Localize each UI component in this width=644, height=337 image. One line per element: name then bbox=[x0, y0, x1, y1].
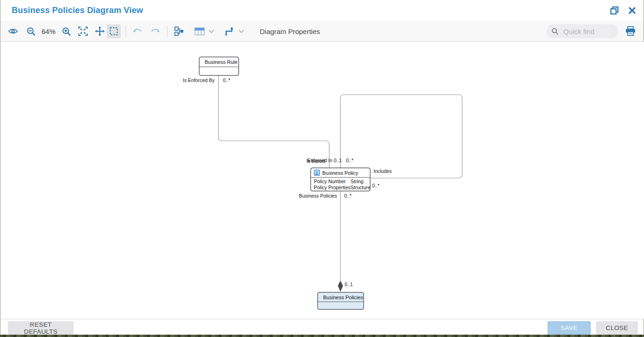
quick-find-input[interactable] bbox=[562, 27, 614, 36]
role-label-overlap-b: Is based bbox=[306, 158, 325, 164]
composition-diamond-icon bbox=[338, 281, 343, 292]
save-button[interactable]: SAVE bbox=[547, 321, 591, 335]
auto-layout-icon[interactable] bbox=[172, 24, 186, 38]
desktop-background-strip bbox=[0, 335, 644, 337]
diagram-canvas[interactable]: Business Rule Business Policy Policy Num… bbox=[0, 42, 644, 319]
print-icon[interactable] bbox=[623, 24, 638, 38]
multiplicity-label: 0..* bbox=[372, 183, 380, 188]
visibility-icon[interactable] bbox=[6, 24, 20, 38]
title-bar: Business Policies Diagram View bbox=[0, 0, 644, 21]
table-view-icon[interactable] bbox=[193, 24, 207, 38]
multiplicity-label: In 0..1 bbox=[328, 158, 342, 163]
business-policy-icon bbox=[314, 170, 320, 176]
toolbar-separator bbox=[125, 26, 126, 37]
attribute-name: Policy Number bbox=[314, 179, 351, 185]
table-view-dropdown-chevron-icon[interactable] bbox=[208, 28, 215, 35]
restore-window-icon[interactable] bbox=[609, 6, 619, 16]
toolbar-separator bbox=[167, 26, 167, 37]
close-button[interactable]: CLOSE bbox=[596, 321, 638, 335]
dialog-title: Business Policies Diagram View bbox=[12, 6, 143, 15]
connector-style-icon[interactable] bbox=[222, 24, 236, 38]
attribute-row: Policy Number String bbox=[311, 179, 370, 185]
search-icon bbox=[551, 27, 559, 35]
diagram-toolbar: 64% bbox=[0, 21, 644, 42]
multiplicity-label: 0..* bbox=[344, 193, 352, 199]
zoom-level: 64% bbox=[42, 28, 55, 35]
entity-business-policies[interactable]: Business Policies bbox=[318, 292, 364, 309]
undo-icon[interactable] bbox=[131, 24, 145, 38]
business-policies-diagram-dialog: Business Policies Diagram View bbox=[0, 0, 644, 335]
multiplicity-label: 0..* bbox=[346, 158, 353, 163]
attribute-name: Policy Properties bbox=[314, 185, 351, 191]
pan-icon[interactable] bbox=[93, 24, 107, 38]
multiplicity-label: 0..* bbox=[223, 77, 230, 83]
entity-business-policy[interactable]: Business Policy Policy Number String Pol… bbox=[311, 168, 370, 191]
entity-business-rule[interactable]: Business Rule bbox=[199, 57, 239, 76]
attribute-row: Policy Properties Structure bbox=[311, 185, 370, 191]
window-controls bbox=[609, 6, 637, 16]
zoom-in-icon[interactable] bbox=[59, 24, 73, 38]
entity-title: Business Policy bbox=[322, 170, 358, 176]
entity-title: Business Rule bbox=[205, 59, 237, 65]
quick-find-box[interactable] bbox=[547, 24, 618, 38]
reset-defaults-button[interactable]: RESET DEFAULTS bbox=[8, 321, 74, 335]
screen: Business Policies Diagram View bbox=[0, 0, 644, 337]
close-icon[interactable] bbox=[627, 6, 637, 16]
entity-title: Business Policies bbox=[323, 295, 363, 300]
fit-to-screen-icon[interactable] bbox=[76, 24, 90, 38]
multiplicity-label: 0..1 bbox=[345, 282, 353, 287]
diagram-properties-label[interactable]: Diagram Properties bbox=[260, 28, 320, 35]
attribute-type: String bbox=[351, 179, 363, 185]
role-label-is-enforced-by: Is Enforced By bbox=[183, 77, 215, 83]
marquee-select-icon[interactable] bbox=[107, 24, 121, 38]
attribute-type: Structure bbox=[351, 185, 371, 191]
zoom-out-icon[interactable] bbox=[24, 24, 38, 38]
connector-style-dropdown-chevron-icon[interactable] bbox=[237, 28, 245, 35]
dialog-footer: RESET DEFAULTS SAVE CLOSE bbox=[0, 319, 644, 335]
role-label-includes: Includes bbox=[374, 168, 392, 174]
redo-icon[interactable] bbox=[148, 24, 162, 38]
role-label-business-policies: Business Policies bbox=[299, 193, 337, 199]
